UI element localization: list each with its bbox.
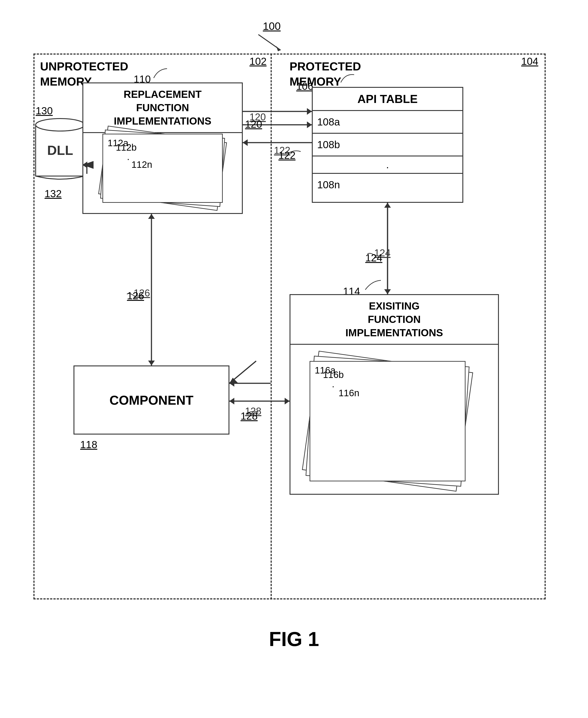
ref-130: 130 xyxy=(36,105,53,117)
arrow-100-svg xyxy=(245,30,290,57)
ref-106: 106 xyxy=(296,80,313,92)
replacement-func-header: REPLACEMENT FUNCTION IMPLEMENTATIONS xyxy=(83,83,242,133)
ref-110-arrow xyxy=(140,65,174,80)
ref-114-arrow xyxy=(352,276,392,292)
ref-104: 104 xyxy=(521,55,538,67)
ref-132: 132 xyxy=(45,188,62,200)
existing-func-header: EXISITING FUNCTION IMPLEMENTATIONS xyxy=(290,295,498,345)
ref-122-label: 122 xyxy=(278,149,296,161)
ref-128-label: 128 xyxy=(240,410,258,422)
ref-126-label: 126 xyxy=(127,290,144,302)
svg-text:DLL: DLL xyxy=(47,143,73,158)
ref-102: 102 xyxy=(249,55,267,67)
api-table-header: API TABLE xyxy=(313,88,462,111)
svg-point-3 xyxy=(36,119,85,131)
api-table-box: API TABLE 108a 108b . 108n xyxy=(312,87,463,203)
api-row-108a: 108a xyxy=(313,111,462,134)
divider-line xyxy=(271,54,272,599)
component-label: COMPONENT xyxy=(110,393,193,408)
api-dots: . xyxy=(313,157,462,174)
component-box: COMPONENT xyxy=(74,366,229,434)
existing-paper-dots: . xyxy=(332,379,335,390)
ref-120-label: 120 xyxy=(245,118,262,130)
figure-title: FIG 1 xyxy=(269,628,319,651)
dll-cylinder-svg: DLL xyxy=(34,116,87,185)
ref-118: 118 xyxy=(80,438,97,451)
paper-dots-rep: . xyxy=(127,151,130,162)
paper-label-112b: 112b xyxy=(116,142,136,153)
existing-paper-label-116n: 116n xyxy=(339,388,359,398)
paper-label-112n: 112n xyxy=(131,159,152,170)
diagram-container: FIG 1 100 UNPROTECTED MEMORY 102 PROTECT… xyxy=(22,18,566,664)
svg-marker-1 xyxy=(276,46,281,51)
api-row-108b: 108b xyxy=(313,134,462,157)
existing-paper-label-116b: 116b xyxy=(323,369,344,380)
api-row-108n: 108n xyxy=(313,174,462,196)
ref-124-label: 124 xyxy=(365,252,382,264)
ref-106-arrow xyxy=(323,71,368,85)
